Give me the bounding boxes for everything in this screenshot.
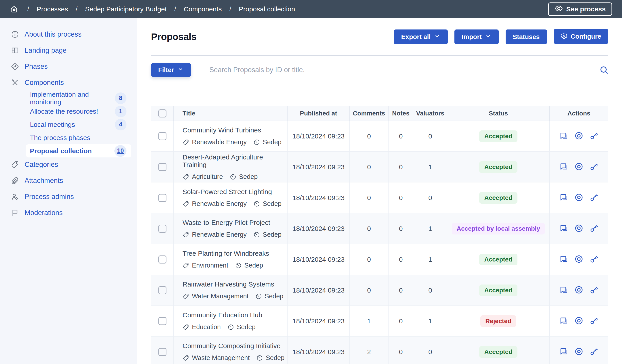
sidebar-item-label: Process admins xyxy=(25,193,74,201)
breadcrumb-current[interactable]: Proposal collection xyxy=(239,5,295,13)
show-proposal-button[interactable] xyxy=(574,285,583,294)
see-process-button[interactable]: See process xyxy=(548,2,612,16)
status-badge: Accepted xyxy=(479,285,517,296)
notes-count: 0 xyxy=(389,244,413,275)
permissions-button[interactable] xyxy=(590,285,599,294)
sidebar-item-components[interactable]: Components xyxy=(11,76,131,90)
home-icon[interactable] xyxy=(10,5,18,13)
search-input[interactable] xyxy=(209,66,595,74)
show-proposal-button[interactable] xyxy=(574,131,583,140)
sidebar-item-moderations[interactable]: Moderations xyxy=(11,206,131,220)
proposal-title[interactable]: Community Wind Turbines xyxy=(183,126,287,134)
proposal-scope: Sedep xyxy=(239,173,258,180)
show-proposal-button[interactable] xyxy=(574,193,583,202)
chevron-down-icon xyxy=(434,33,441,41)
permissions-button[interactable] xyxy=(590,131,599,140)
permissions-button[interactable] xyxy=(590,316,599,325)
count-badge: 10 xyxy=(114,145,126,157)
sidebar-item-categories[interactable]: Categories xyxy=(11,157,131,172)
permissions-button[interactable] xyxy=(590,224,599,233)
tools-icon xyxy=(11,78,19,87)
comment-icon xyxy=(559,162,568,171)
status-badge: Accepted xyxy=(479,346,517,358)
permissions-button[interactable] xyxy=(590,193,599,202)
sidebar-item-label: Implementation and monitoring xyxy=(30,91,115,106)
key-icon xyxy=(590,255,599,264)
notes-count: 0 xyxy=(389,152,413,182)
show-proposal-button[interactable] xyxy=(574,255,583,264)
sidebar-component-item[interactable]: The process phases xyxy=(26,131,131,144)
sidebar-item-attachments[interactable]: Attachments xyxy=(11,173,131,188)
proposals-table-body: Community Wind Turbines Renewable Energy… xyxy=(151,121,608,364)
show-proposal-button[interactable] xyxy=(574,347,583,356)
sidebar-component-item[interactable]: Proposal collection 10 xyxy=(26,144,131,157)
permissions-button[interactable] xyxy=(590,162,599,171)
import-button[interactable]: Import xyxy=(454,29,499,44)
phases-icon xyxy=(11,62,19,71)
answer-proposal-button[interactable] xyxy=(559,255,568,264)
paperclip-icon xyxy=(11,176,19,185)
show-proposal-button[interactable] xyxy=(574,316,583,325)
answer-proposal-button[interactable] xyxy=(559,347,568,356)
answer-proposal-button[interactable] xyxy=(559,224,568,233)
proposal-title[interactable]: Rainwater Harvesting Systems xyxy=(183,281,287,288)
breadcrumb-separator: / xyxy=(27,5,29,13)
sidebar-item-about[interactable]: About this process xyxy=(11,27,131,41)
key-icon xyxy=(590,224,599,233)
permissions-button[interactable] xyxy=(590,255,599,264)
status-badge: Accepted by local assembly xyxy=(452,223,545,234)
category-tag-icon xyxy=(183,262,189,269)
column-published-at: Published at xyxy=(288,106,350,121)
status-badge: Accepted xyxy=(479,254,517,265)
row-checkbox[interactable] xyxy=(158,132,166,140)
sidebar-item-label: Landing page xyxy=(25,46,67,55)
proposal-title[interactable]: Community Education Hub xyxy=(183,311,287,319)
search-icon[interactable] xyxy=(600,65,608,74)
statuses-button[interactable]: Statuses xyxy=(505,29,547,44)
answer-proposal-button[interactable] xyxy=(559,193,568,202)
proposal-title[interactable]: Tree Planting for Windbreaks xyxy=(183,250,287,257)
sidebar-item-landing-page[interactable]: Landing page xyxy=(11,43,131,57)
sidebar-item-phases[interactable]: Phases xyxy=(11,59,131,74)
answer-proposal-button[interactable] xyxy=(559,285,568,294)
sidebar-item-label: Proposal collection xyxy=(30,147,92,155)
export-all-label: Export all xyxy=(401,33,430,41)
row-checkbox[interactable] xyxy=(158,225,166,233)
main-content: Proposals Export all Import Statuses xyxy=(137,18,622,364)
sidebar-component-item[interactable]: Implementation and monitoring 8 xyxy=(26,92,131,105)
sidebar-component-item[interactable]: Allocate the resources! 1 xyxy=(26,105,131,118)
proposal-title[interactable]: Desert-Adapted Agriculture Training xyxy=(183,153,287,169)
row-checkbox[interactable] xyxy=(158,194,166,202)
proposal-scope: Sedep xyxy=(263,231,282,238)
proposal-title[interactable]: Community Composting Initiative xyxy=(183,342,287,350)
proposal-title[interactable]: Waste-to-Energy Pilot Project xyxy=(183,219,287,227)
breadcrumb-process-name[interactable]: Sedep Participatory Budget xyxy=(85,5,167,13)
sidebar-item-label: Moderations xyxy=(25,209,63,217)
comments-count: 0 xyxy=(350,275,389,306)
sidebar-item-label: About this process xyxy=(25,30,81,38)
sidebar-item-process-admins[interactable]: Process admins xyxy=(11,190,131,204)
export-all-button[interactable]: Export all xyxy=(394,29,447,44)
preview-icon xyxy=(574,347,583,356)
flag-icon xyxy=(11,209,19,217)
show-proposal-button[interactable] xyxy=(574,224,583,233)
comments-count: 0 xyxy=(350,213,389,244)
row-checkbox[interactable] xyxy=(158,255,166,264)
breadcrumb-components[interactable]: Components xyxy=(184,5,222,13)
answer-proposal-button[interactable] xyxy=(559,162,568,171)
row-checkbox[interactable] xyxy=(158,317,166,325)
select-all-checkbox[interactable] xyxy=(158,109,166,117)
show-proposal-button[interactable] xyxy=(574,162,583,171)
breadcrumb-processes[interactable]: Processes xyxy=(37,5,68,13)
row-checkbox[interactable] xyxy=(158,163,166,171)
row-checkbox[interactable] xyxy=(158,286,166,294)
answer-proposal-button[interactable] xyxy=(559,131,568,140)
permissions-button[interactable] xyxy=(590,347,599,356)
proposal-title[interactable]: Solar-Powered Street Lighting xyxy=(183,188,287,196)
sidebar-component-item[interactable]: Local meetings 4 xyxy=(26,118,131,131)
answer-proposal-button[interactable] xyxy=(559,316,568,325)
proposal-category: Agriculture xyxy=(192,173,223,180)
row-checkbox[interactable] xyxy=(158,348,166,356)
configure-button[interactable]: Configure xyxy=(554,29,608,44)
filter-button[interactable]: Filter xyxy=(151,63,191,77)
